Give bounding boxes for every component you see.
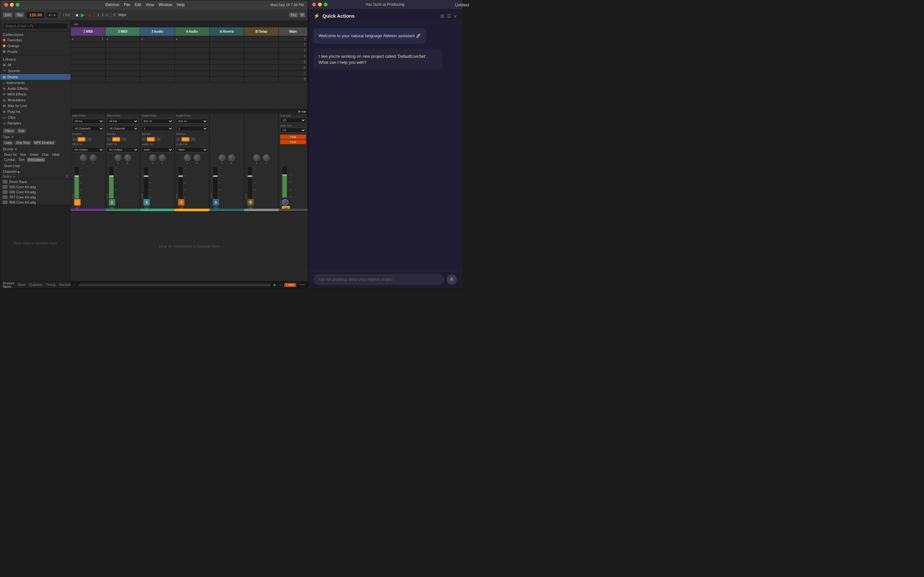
clip-slot[interactable] xyxy=(244,77,279,82)
minimize-button[interactable] xyxy=(10,3,14,7)
track-num-badge-1[interactable]: 1 xyxy=(74,199,81,205)
clip-slot[interactable] xyxy=(175,42,210,47)
filter-oneshot[interactable]: One Shot xyxy=(15,141,31,145)
monitor-in-3[interactable]: In xyxy=(142,137,146,141)
volume-fader-b[interactable] xyxy=(247,167,252,199)
post-button-1[interactable]: Post xyxy=(280,135,306,139)
record-arm-button[interactable]: ⏺ xyxy=(298,110,300,113)
filter-cymbal[interactable]: Cymbal xyxy=(3,158,16,162)
grid-view-icon[interactable]: ⊞ xyxy=(441,13,444,19)
filter-mpe[interactable]: MPE Enabled xyxy=(33,141,55,145)
sidebar-item-drums[interactable]: ⊞ Drums xyxy=(0,74,71,80)
midi-to-select-1[interactable]: No Output xyxy=(72,147,104,152)
monitor-off-2[interactable]: Off xyxy=(121,137,127,141)
list-item[interactable]: 808 Core Kit.adg xyxy=(0,200,71,205)
character-row[interactable]: Character ▶ xyxy=(0,169,71,174)
sidebar-item-favorites[interactable]: Favorites xyxy=(0,37,71,43)
clip-slot[interactable] xyxy=(140,53,175,59)
scene-launch-button[interactable]: ▶ xyxy=(304,110,306,113)
ai-minimize-button[interactable] xyxy=(318,3,322,6)
clip-slot[interactable] xyxy=(71,48,105,53)
clip-slot[interactable] xyxy=(105,59,140,65)
main-fader-handle[interactable] xyxy=(282,174,287,176)
clip-slot[interactable] xyxy=(244,53,279,59)
quantize-display[interactable]: 1 Bar xyxy=(63,13,70,17)
time-sig-display[interactable]: 4 / 4 xyxy=(47,13,57,18)
fader-handle-4[interactable] xyxy=(178,175,183,177)
clip-slot[interactable] xyxy=(244,71,279,76)
clip-slot[interactable] xyxy=(105,42,140,47)
send-a-knob-4[interactable] xyxy=(184,154,191,161)
clip-slot[interactable] xyxy=(244,59,279,65)
send-b-knob-2[interactable] xyxy=(124,154,131,161)
monitor-auto-3[interactable]: Auto xyxy=(147,137,155,141)
clip-slot[interactable] xyxy=(140,42,175,47)
track-header-main[interactable]: Main xyxy=(279,27,308,36)
clip-slot[interactable] xyxy=(244,36,279,42)
edit-button[interactable]: Edit xyxy=(17,129,26,133)
monitor-in-4[interactable]: In xyxy=(176,137,181,141)
audio-to-select-3[interactable]: Main xyxy=(142,147,173,152)
groove-quantize-tab[interactable]: Quantize xyxy=(29,283,42,287)
main-out-select[interactable]: 1/2 xyxy=(280,127,306,133)
monitor-off-4[interactable]: Off xyxy=(190,137,196,141)
track-header-2[interactable]: 2 MIDI xyxy=(105,27,140,36)
filter-drum-kit[interactable]: Drum Kit xyxy=(3,153,18,157)
search-input[interactable] xyxy=(3,23,68,29)
menu-electron[interactable]: Electron xyxy=(105,3,120,7)
menu-file[interactable]: File xyxy=(124,3,130,7)
mic-button[interactable] xyxy=(447,274,457,285)
clip-slot-main[interactable]: 2 xyxy=(279,42,308,47)
filters-button[interactable]: Filters xyxy=(3,129,15,133)
monitor-in-1[interactable]: In xyxy=(72,137,77,141)
monitor-in-2[interactable]: In xyxy=(107,137,111,141)
track-num-badge-3[interactable]: 3 xyxy=(144,199,150,205)
sidebar-item-orange[interactable]: Orange xyxy=(0,43,71,49)
menu-view[interactable]: View xyxy=(145,3,154,7)
monitor-off-3[interactable]: Off xyxy=(155,137,162,141)
sidebar-item-samples[interactable]: ◁ Samples xyxy=(0,120,71,126)
list-item[interactable]: 505 Core Kit.adg xyxy=(0,184,71,189)
track-num-badge-a[interactable]: A xyxy=(213,199,219,205)
filter-loop[interactable]: Loop xyxy=(3,141,13,145)
scale-display[interactable]: Major xyxy=(118,13,126,17)
fader-handle-3[interactable] xyxy=(144,175,148,177)
key-button[interactable]: Key xyxy=(289,13,298,17)
clip-slot[interactable] xyxy=(244,65,279,71)
clip-slot[interactable] xyxy=(210,53,244,59)
clip-slot[interactable] xyxy=(71,71,105,76)
position-display[interactable]: 1 . 1 . 1 xyxy=(97,13,108,17)
main-level-knob[interactable] xyxy=(282,199,288,205)
close-button[interactable] xyxy=(4,3,8,7)
menu-window[interactable]: Window xyxy=(158,3,172,7)
sidebar-item-midi-effects[interactable]: ⟳ MIDI Effects xyxy=(0,91,71,97)
volume-fader-2[interactable] xyxy=(109,167,114,199)
clip-slot[interactable] xyxy=(210,77,244,82)
clip-slot[interactable] xyxy=(175,65,210,71)
clip-slot[interactable] xyxy=(71,65,105,71)
scroll-bar[interactable] xyxy=(79,284,271,286)
clip-slot[interactable] xyxy=(140,65,175,71)
audio-to-select-4[interactable]: Main xyxy=(176,147,208,152)
track-header-4[interactable]: 4 Audio xyxy=(175,27,210,36)
list-item[interactable]: Drum Rack xyxy=(0,179,71,184)
clip-slot[interactable] xyxy=(105,77,140,82)
groove-random-tab[interactable]: Random xyxy=(59,283,71,287)
wave-icon[interactable]: 〜〜 xyxy=(299,283,305,287)
send-b-knob-4[interactable] xyxy=(194,154,200,161)
clip-slot-main[interactable]: 6 xyxy=(279,65,308,71)
midi-from-select-2[interactable]: All Ins xyxy=(107,119,139,124)
clip-slot-main[interactable]: 5 xyxy=(279,59,308,65)
clip-slot[interactable] xyxy=(175,59,210,65)
fader-handle-1[interactable] xyxy=(74,175,79,177)
sidebar-item-max-for-live[interactable]: Ⅿ Max for Live xyxy=(0,103,71,109)
link-button[interactable]: Link xyxy=(3,13,13,17)
m-button[interactable]: M xyxy=(299,13,305,17)
tap-button[interactable]: Tap xyxy=(15,13,24,17)
sidebar-item-purple[interactable]: Purple xyxy=(0,49,71,55)
clip-slot[interactable] xyxy=(71,77,105,82)
clip-slot[interactable] xyxy=(140,48,175,53)
cue-out-select[interactable]: 1/2 xyxy=(280,118,306,123)
sidebar-item-instruments[interactable]: ♪ Instruments xyxy=(0,80,71,85)
fader-handle-a[interactable] xyxy=(213,175,218,177)
